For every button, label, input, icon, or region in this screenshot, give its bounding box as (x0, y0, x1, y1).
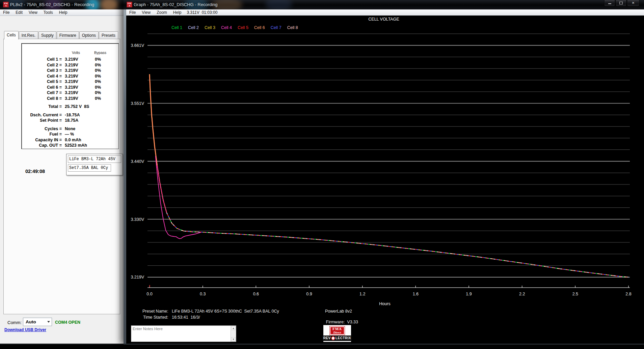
cell-row-label: Cell 8 = (22, 96, 62, 101)
window-frame (124, 344, 644, 345)
cell-row-bypass: 0% (90, 85, 110, 90)
charger-tabs: CellsInt.Res.SupplyFirmwareOptionsPreset… (4, 31, 118, 39)
y-axis-tick-label: 3.661V (131, 43, 144, 48)
window-frame (124, 9, 126, 345)
cell-row-bypass: 0% (90, 68, 110, 74)
x-axis-tick-label: 1.9 (466, 292, 472, 296)
y-axis-tick-label: 3.440V (131, 159, 144, 164)
summary-row-value: -18.75A (64, 112, 110, 118)
volts-column-header: Volts (64, 51, 88, 57)
cell-readout-box: Volts Bypass Cell 1 =3.219V0%Cell 2 =3.2… (21, 43, 119, 149)
menu-item-zoom[interactable]: Zoom (154, 10, 170, 15)
revolectrix-o-icon (331, 336, 335, 340)
x-axis-tick-label: 0.6 (253, 292, 259, 296)
charger-window-title: PL8v2 - 75Ah_8S-02_DISCHG - Recording (10, 2, 94, 7)
notes-scrollbar[interactable]: ▲ ▼ (231, 326, 236, 342)
x-axis-tick-label: 0.9 (306, 292, 312, 296)
cell-row-bypass: 0% (90, 90, 110, 96)
cell-row-label: Cell 1 = (22, 57, 62, 62)
menu-item-file[interactable]: File (0, 10, 12, 15)
chevron-down-icon (47, 321, 50, 323)
menu-item-help[interactable]: Help (56, 10, 71, 15)
direct-text: Direct (332, 331, 342, 334)
cell-row-label: Cell 4 = (22, 74, 62, 79)
menu-item-edit[interactable]: Edit (12, 10, 26, 15)
x-axis-tick-label: 2.5 (572, 292, 578, 296)
notes-input[interactable] (131, 326, 231, 342)
preset-line-2: Set7.35A BAL 0Cy (68, 164, 111, 172)
bypass-column-header: Bypass (90, 51, 110, 57)
graph-titlebar[interactable]: FMA Graph - 75Ah_8S-02_DISCHG - Recordin… (124, 0, 644, 9)
notes-box: ▲ ▼ (131, 325, 236, 342)
close-button[interactable]: ✕ (627, 0, 639, 6)
cell-row-label: Cell 7 = (22, 90, 62, 96)
preset-display: LiFe BM3-L 72Ah 45V Set7.35A BAL 0Cy (66, 154, 123, 175)
cell-row-volts: 3.219V (64, 68, 88, 74)
x-axis-tick-label: 1.2 (359, 292, 365, 296)
device-name: PowerLab 8v2 (312, 309, 366, 314)
summary-row-value: 18.75A (64, 118, 110, 123)
tab-supply[interactable]: Supply (38, 31, 56, 39)
elapsed-time: 02:49:08 (25, 169, 45, 174)
y-axis-tick-label: 3.330V (131, 217, 144, 222)
preset-name-label: Preset Name: (142, 309, 168, 314)
revolectrix-badge: REVLECTRIX (322, 336, 352, 341)
graph-menubar: FileViewZoomHelp 3.311V 01:03:00 (126, 9, 644, 16)
preset-line-1: LiFe BM3-L 72Ah 45V (68, 155, 121, 163)
graph-window-title: Graph - 75Ah_8S-02_DISCHG - Recording (134, 2, 218, 7)
tab-presets[interactable]: Presets (99, 31, 118, 39)
firmware-value: V3.33 (347, 320, 358, 324)
time-started-label: Time Started: (143, 315, 168, 320)
summary-row-label: Cycles = (22, 126, 62, 132)
x-axis-tick-label: 2.2 (519, 292, 525, 296)
summary-row-value: — % (64, 132, 110, 137)
charger-titlebar[interactable]: FMA PL8v2 - 75Ah_8S-02_DISCHG - Recordin… (0, 0, 124, 9)
download-usb-driver-link[interactable]: Download USB Driver (4, 327, 46, 332)
tab-firmware[interactable]: Firmware (57, 31, 79, 39)
rev-text: REV (323, 336, 331, 341)
comm-status: COM4 OPEN (55, 320, 80, 325)
summary-row-value: 0.0 mAh (64, 137, 110, 143)
x-axis-title: Hours (379, 301, 390, 306)
summary-row-value: 52523 mAh (64, 143, 110, 148)
fma-direct-badge: FMA Direct (330, 326, 345, 335)
cell-row-volts: 3.219V (64, 85, 88, 90)
x-axis-tick-label: 1.6 (413, 292, 419, 296)
cell-row-volts: 3.219V (64, 79, 88, 85)
graph-window: FMA Graph - 75Ah_8S-02_DISCHG - Recordin… (124, 0, 644, 345)
charger-window: FMA PL8v2 - 75Ah_8S-02_DISCHG - Recordin… (0, 0, 124, 345)
charger-menubar: FileEditViewToolsHelp (0, 9, 124, 16)
tab-intres[interactable]: Int.Res. (19, 31, 38, 39)
x-axis-tick-label: 0.0 (146, 292, 152, 296)
cell-trace-bundle (150, 74, 628, 277)
summary-row-value: 25.752 V 8S (64, 104, 110, 110)
tab-options[interactable]: Options (79, 31, 99, 39)
scroll-down-icon[interactable]: ▼ (231, 337, 236, 341)
fma-revolectrix-logo: FMA Direct REVLECTRIX (323, 325, 351, 342)
summary-row-label: Capacity IN = (22, 137, 62, 143)
cell-row-bypass: 0% (90, 74, 110, 79)
scroll-up-icon[interactable]: ▲ (231, 326, 236, 330)
wallpaper-blur-blob (265, 0, 292, 9)
wallpaper-blur-blob (100, 0, 118, 9)
cell-row-volts: 3.219V (64, 96, 88, 101)
menu-item-tools[interactable]: Tools (41, 10, 56, 15)
cell-row-volts: 3.219V (64, 74, 88, 79)
y-axis-tick-label: 3.219V (131, 275, 144, 280)
close-icon: ✕ (632, 1, 635, 5)
app-icon: FMA (3, 2, 9, 7)
summary-row-value: None (64, 126, 110, 132)
cell-row-bypass: 0% (90, 57, 110, 62)
spacer (22, 51, 62, 57)
menu-item-help[interactable]: Help (170, 10, 185, 15)
minimize-button[interactable] (604, 0, 615, 6)
summary-row-label: Total = (22, 104, 62, 110)
menu-item-view[interactable]: View (139, 10, 154, 15)
tab-cells[interactable]: Cells (4, 31, 19, 39)
menu-item-file[interactable]: File (126, 10, 139, 15)
maximize-button[interactable] (616, 0, 626, 6)
trace-start-segment (150, 74, 157, 166)
menu-item-view[interactable]: View (26, 10, 41, 15)
comm-label: Comm: (7, 320, 22, 325)
comm-port-select[interactable]: Auto (23, 318, 52, 326)
